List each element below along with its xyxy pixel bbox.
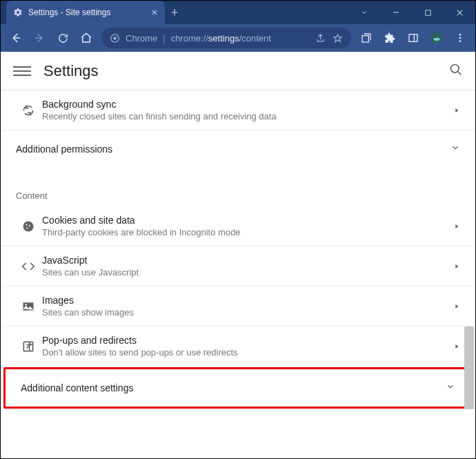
gear-icon bbox=[13, 8, 23, 17]
svg-point-6 bbox=[459, 34, 462, 36]
chevron-down-icon bbox=[360, 8, 368, 17]
row-subtitle: Don't allow sites to send pop-ups or use… bbox=[42, 347, 453, 358]
row-javascript[interactable]: JavaScript Sites can use Javascript bbox=[1, 246, 475, 286]
back-button[interactable] bbox=[5, 27, 27, 49]
svg-rect-0 bbox=[425, 10, 430, 14]
svg-point-11 bbox=[26, 224, 27, 225]
svg-point-8 bbox=[459, 40, 462, 42]
tab-title: Settings - Site settings bbox=[28, 8, 146, 17]
window-controls bbox=[348, 1, 475, 24]
address-host: Chrome bbox=[126, 33, 157, 43]
browser-toolbar: Chrome | chrome://settings/content bbox=[1, 24, 475, 52]
menu-button[interactable] bbox=[449, 27, 471, 49]
svg-rect-3 bbox=[362, 36, 368, 42]
profile-button[interactable] bbox=[426, 27, 448, 49]
svg-point-7 bbox=[459, 37, 462, 39]
row-subtitle: Recently closed sites can finish sending… bbox=[42, 111, 453, 121]
cookie-icon bbox=[21, 219, 35, 233]
extensions-button[interactable] bbox=[379, 27, 401, 49]
menu-toggle-button[interactable] bbox=[13, 62, 31, 80]
chevron-right-icon bbox=[453, 107, 460, 114]
chevron-down-icon bbox=[450, 143, 460, 153]
code-icon bbox=[21, 260, 35, 273]
plus-icon bbox=[170, 8, 179, 17]
panel-icon bbox=[408, 32, 419, 43]
window-titlebar: Settings - Site settings bbox=[1, 1, 475, 24]
home-icon bbox=[80, 32, 92, 44]
reload-button[interactable] bbox=[52, 27, 74, 49]
chrome-icon bbox=[110, 33, 120, 43]
highlight-annotation: Additional content settings bbox=[3, 367, 473, 409]
avatar-icon bbox=[430, 31, 444, 45]
dots-vertical-icon bbox=[455, 32, 466, 43]
arrow-right-icon bbox=[33, 32, 46, 44]
puzzle-icon bbox=[384, 32, 396, 44]
svg-point-10 bbox=[23, 221, 34, 231]
sync-icon bbox=[21, 104, 35, 117]
page-title: Settings bbox=[43, 62, 99, 80]
settings-header: Settings bbox=[1, 52, 475, 90]
minimize-icon bbox=[392, 8, 400, 17]
row-title: Cookies and site data bbox=[42, 215, 453, 226]
arrow-left-icon bbox=[10, 32, 22, 44]
row-background-sync[interactable]: Background sync Recently closed sites ca… bbox=[1, 90, 475, 130]
row-subtitle: Sites can use Javascript bbox=[42, 267, 453, 277]
reload-icon bbox=[57, 32, 69, 44]
svg-rect-4 bbox=[409, 35, 417, 42]
new-tab-button[interactable] bbox=[165, 1, 184, 24]
share-icon[interactable] bbox=[315, 33, 326, 43]
popup-icon bbox=[21, 340, 35, 353]
collections-button[interactable] bbox=[355, 27, 377, 49]
search-button[interactable] bbox=[449, 63, 463, 79]
maximize-button[interactable] bbox=[412, 2, 444, 23]
address-url: chrome://settings/content bbox=[171, 33, 271, 43]
row-title: Pop-ups and redirects bbox=[42, 335, 453, 346]
chevron-right-icon bbox=[453, 223, 460, 230]
svg-point-2 bbox=[113, 37, 116, 39]
address-bar[interactable]: Chrome | chrome://settings/content bbox=[101, 28, 351, 48]
forward-button[interactable] bbox=[28, 27, 50, 49]
row-subtitle: Sites can show images bbox=[42, 307, 453, 318]
image-icon bbox=[21, 300, 35, 313]
svg-point-13 bbox=[26, 227, 28, 228]
chevron-right-icon bbox=[453, 263, 460, 270]
row-title: Additional permissions bbox=[16, 144, 450, 155]
close-icon bbox=[455, 8, 464, 17]
settings-content: Background sync Recently closed sites ca… bbox=[1, 90, 475, 458]
star-icon[interactable] bbox=[333, 33, 343, 43]
maximize-icon bbox=[424, 9, 432, 17]
search-icon bbox=[449, 63, 463, 77]
close-tab-icon[interactable] bbox=[151, 9, 158, 16]
home-button[interactable] bbox=[75, 27, 97, 49]
chevron-down-icon bbox=[446, 382, 455, 391]
row-popups[interactable]: Pop-ups and redirects Don't allow sites … bbox=[1, 326, 475, 366]
row-additional-permissions[interactable]: Additional permissions bbox=[1, 130, 475, 167]
row-subtitle: Third-party cookies are blocked in Incog… bbox=[42, 227, 453, 237]
row-title: Background sync bbox=[42, 99, 453, 110]
chevron-right-icon bbox=[453, 303, 460, 310]
row-additional-content-settings[interactable]: Additional content settings bbox=[6, 369, 470, 407]
browser-tab[interactable]: Settings - Site settings bbox=[6, 1, 165, 24]
row-images[interactable]: Images Sites can show images bbox=[1, 286, 475, 326]
svg-point-12 bbox=[29, 225, 30, 226]
caret-down-button[interactable] bbox=[348, 2, 380, 23]
minimize-button[interactable] bbox=[380, 2, 412, 23]
collections-icon bbox=[361, 32, 372, 43]
row-title: JavaScript bbox=[42, 255, 453, 266]
row-cookies[interactable]: Cookies and site data Third-party cookie… bbox=[1, 206, 475, 246]
svg-point-9 bbox=[451, 64, 459, 72]
chevron-right-icon bbox=[453, 343, 460, 350]
section-content-label: Content bbox=[1, 167, 475, 206]
svg-point-15 bbox=[25, 304, 27, 306]
sidepanel-button[interactable] bbox=[402, 27, 424, 49]
scrollbar-thumb[interactable] bbox=[464, 326, 474, 409]
row-title: Images bbox=[42, 295, 453, 306]
row-title: Additional content settings bbox=[21, 382, 446, 393]
close-window-button[interactable] bbox=[444, 2, 475, 23]
